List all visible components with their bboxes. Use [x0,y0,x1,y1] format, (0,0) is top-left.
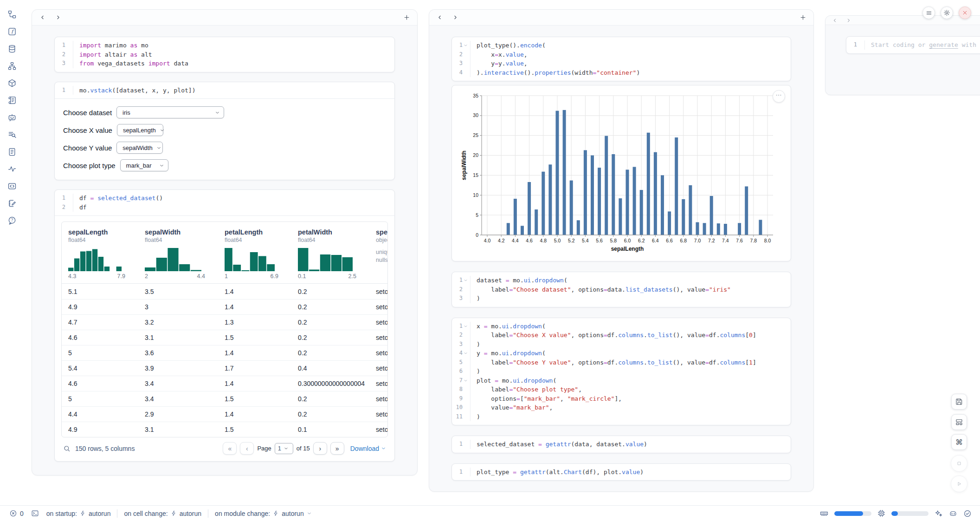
choose-y-value-select[interactable]: sepalWidth [116,142,163,154]
code-editor[interactable]: 1x = mo.ui.dropdown(2 label="Choose X va… [452,318,791,425]
play-icon [955,480,963,488]
line-number: 2 [452,285,463,294]
layout-grid-icon [955,418,963,426]
code-editor[interactable]: 1df = selected_dataset()2df [55,190,394,215]
shutdown-button[interactable] [959,7,971,19]
variables-icon[interactable]: f [7,26,17,37]
svg-text:5.0: 5.0 [554,238,561,243]
column-next-button[interactable] [845,17,852,24]
chevron-down-icon [215,110,220,115]
line-number: 4 [452,68,463,78]
code-editor[interactable]: 1plot_type().encode(2 x=x.value,3 y=y.va… [452,37,791,81]
choose-plot-type-select[interactable]: mark_bar [120,159,168,171]
runtime-config-3[interactable]: on module change:autorun [215,510,312,517]
notebook-cell: 1x = mo.ui.dropdown(2 label="Choose X va… [451,318,791,426]
code-editor[interactable]: 1plot_type = getattr(alt.Chart(df), plot… [452,464,791,481]
copilot-button[interactable] [949,509,957,518]
choose-x-value-select[interactable]: sepalLength [117,124,163,136]
page-total-label: of 15 [297,445,310,452]
first-page-button[interactable]: « [223,442,237,455]
settings-button[interactable] [941,7,953,19]
next-page-button[interactable]: › [313,442,327,455]
stop-button[interactable] [951,455,967,472]
notebook-cell: 1mo.vstack([dataset, x, y, plot])Choose … [54,82,395,181]
ai-assist-button[interactable] [935,509,943,518]
column-dtype: float64 [298,237,369,243]
menu-button[interactable] [922,7,935,19]
error-count: 0 [20,510,24,517]
code-editor[interactable]: 1dataset = mo.ui.dropdown(2 label="Choos… [452,272,791,307]
help-icon[interactable]: ? [7,215,17,226]
documentation-icon[interactable] [7,147,17,157]
column-header[interactable]: sepalLength [68,228,138,236]
code-cell-plot-encode: 1plot_type().encode(2 x=x.value,3 y=y.va… [451,37,791,81]
generate-with-ai-link[interactable]: generate [929,41,958,48]
add-cell-button[interactable] [799,13,807,22]
y-axis-title: sepalWidth [461,150,467,180]
terminal-button[interactable] [31,509,39,517]
code-editor[interactable]: 1import marimo as mo2import altair as al… [55,37,394,72]
chart-actions-button[interactable]: ⋯ [773,90,785,103]
cpu-icon [877,509,885,517]
column-prev-button[interactable] [436,14,443,21]
close-icon [962,10,968,16]
code-editor[interactable]: 1mo.vstack([dataset, x, y, plot]) [55,82,394,99]
column-2-header [429,10,813,26]
svg-text:7.0: 7.0 [694,238,701,243]
dependency-graph-icon[interactable] [7,61,17,71]
table-footer: 150 rows, 5 columns«‹Page1of 15›»Downloa… [61,437,388,457]
download-button[interactable]: Download [350,445,386,452]
control-label: Choose plot type [63,162,116,169]
table-row: 4.63.41.40.30000000000000004setosa [62,376,387,391]
file-explorer-icon[interactable] [7,9,17,20]
last-page-button[interactable]: » [330,442,344,455]
column-header[interactable]: petalWidth [298,228,369,236]
control-label: Choose dataset [63,109,112,117]
outline-icon[interactable] [7,95,17,105]
runtime-config-2[interactable]: on cell change:autorun [124,510,201,517]
save-button[interactable] [951,394,967,410]
tracing-icon[interactable] [7,164,17,174]
column-header[interactable]: species [376,228,388,236]
gear-icon [943,9,950,16]
code-editor[interactable]: 1selected_dataset = getattr(data, datase… [452,436,791,453]
column-prev-button[interactable] [831,17,838,24]
line-number: 10 [452,403,463,412]
run-button[interactable] [951,475,967,492]
line-number: 3 [55,59,65,68]
packages-icon[interactable] [7,78,17,88]
layout-button[interactable] [951,414,967,430]
column-prev-button[interactable] [39,14,46,21]
connection-status-button[interactable] [963,509,972,518]
keyboard-shortcuts-button[interactable]: ⌘ [951,434,967,450]
choose-dataset-select[interactable]: iris [116,106,224,118]
error-circle-icon [9,509,17,517]
notebook-column-1: 1import marimo as mo2import altair as al… [32,9,418,475]
bar-chart[interactable]: 4.04.24.44.64.85.05.25.45.65.86.06.26.46… [459,91,787,254]
snippets-icon[interactable] [7,181,17,191]
column-next-button[interactable] [54,14,62,21]
scratchpad-cell[interactable]: 1 Start coding or generate with [846,36,980,54]
runtime-config-1[interactable]: on startup:autorun [46,510,111,517]
ai-chat-icon[interactable] [7,112,17,123]
data-sources-icon[interactable] [7,44,17,54]
notebook-cell: 1dataset = mo.ui.dropdown(2 label="Choos… [451,272,791,307]
code-cell-selected-dataset: 1selected_dataset = getattr(data, datase… [451,436,791,453]
logs-icon[interactable] [7,130,17,140]
error-indicator[interactable]: 0 [9,509,24,517]
search-icon[interactable] [63,445,71,452]
scratchpad-icon[interactable] [7,198,17,208]
chevron-down-icon [156,145,161,150]
add-cell-button[interactable] [402,13,411,22]
svg-text:6.6: 6.6 [666,238,673,243]
ram-usage-meter [834,511,871,516]
line-number: 11 [452,412,463,422]
column-header[interactable]: petalLength [225,228,291,236]
copilot-icon [949,509,957,518]
prev-page-button[interactable]: ‹ [240,442,254,455]
scratchpad-input[interactable]: Start coding or generate with [871,40,976,50]
page-label: Page [257,445,271,452]
column-header[interactable]: sepalWidth [145,228,218,236]
page-number-select[interactable]: 1 [275,443,293,454]
column-next-button[interactable] [451,14,459,21]
